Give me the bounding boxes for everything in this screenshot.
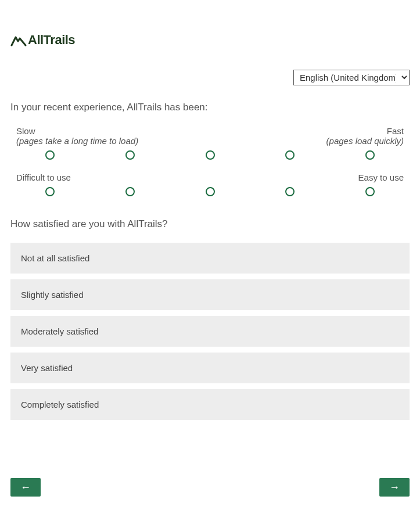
- prev-button[interactable]: ←: [10, 478, 41, 497]
- satisfaction-option-3[interactable]: Moderately satisfied: [10, 316, 410, 347]
- scale-ease-radio-3[interactable]: [206, 187, 215, 196]
- scale-ease-radio-4[interactable]: [285, 187, 295, 196]
- satisfaction-option-1[interactable]: Not at all satisfied: [10, 243, 410, 274]
- mountain-icon: [10, 34, 27, 46]
- brand-logo: AllTrails: [10, 33, 410, 48]
- question1-prompt: In your recent experience, AllTrails has…: [10, 102, 410, 113]
- scale-right-label: Fast: [387, 126, 404, 136]
- scale-speed-radio-1[interactable]: [45, 150, 55, 160]
- scale-ease: Difficult to use Easy to use: [10, 172, 410, 196]
- question2-prompt: How satisfied are you with AllTrails?: [10, 218, 410, 230]
- scale-speed-radio-4[interactable]: [285, 150, 295, 160]
- scale-left-label: Difficult to use: [16, 172, 71, 182]
- scale-ease-radio-5[interactable]: [365, 187, 375, 196]
- scale-speed-radio-2[interactable]: [125, 150, 135, 160]
- satisfaction-option-5[interactable]: Completely satisfied: [10, 389, 410, 420]
- scale-right-label: Easy to use: [358, 172, 404, 182]
- scale-speed: Slow (pages take a long time to load) Fa…: [10, 126, 410, 160]
- next-button[interactable]: →: [379, 478, 410, 497]
- scale-speed-radio-5[interactable]: [365, 150, 375, 160]
- scale-ease-radio-2[interactable]: [125, 187, 135, 196]
- arrow-right-icon: →: [389, 481, 400, 494]
- arrow-left-icon: ←: [20, 481, 31, 494]
- scale-left-sub: (pages take a long time to load): [16, 136, 138, 146]
- scale-ease-radio-1[interactable]: [45, 187, 55, 196]
- brand-name: AllTrails: [28, 33, 75, 48]
- language-select[interactable]: English (United Kingdom): [293, 70, 410, 85]
- scale-speed-radio-3[interactable]: [206, 150, 215, 160]
- scale-left-label: Slow: [16, 126, 35, 136]
- scale-right-sub: (pages load quickly): [326, 136, 404, 146]
- satisfaction-option-2[interactable]: Slightly satisfied: [10, 279, 410, 310]
- satisfaction-option-4[interactable]: Very satisfied: [10, 353, 410, 383]
